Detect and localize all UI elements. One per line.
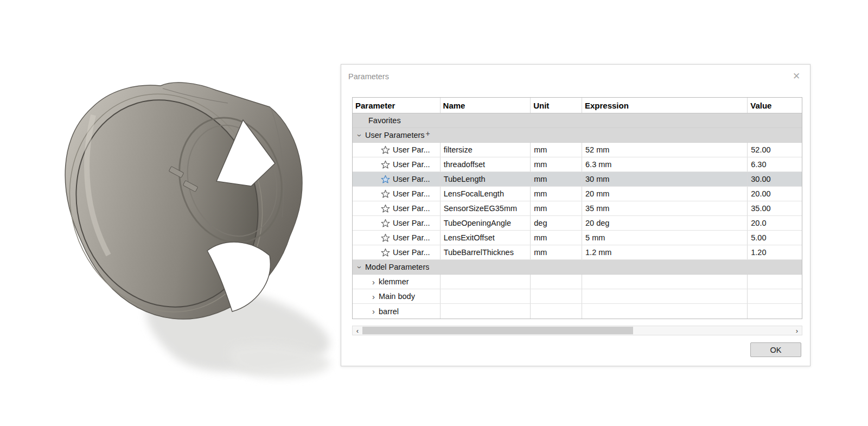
cell-unit: [531, 275, 582, 289]
cell-name: [441, 304, 531, 319]
cell-name: TubeLength: [441, 172, 531, 186]
row-label: User Parameters: [365, 131, 425, 139]
cell-value: [748, 304, 802, 319]
cell-name: LensFocalLength: [441, 187, 531, 201]
table-row[interactable]: User Par...TubeBarrelThicknesmm1.2 mm1.2…: [353, 245, 802, 260]
cell-name: [441, 289, 531, 303]
scroll-right-icon[interactable]: ›: [792, 326, 802, 335]
favorite-star-icon[interactable]: [381, 160, 390, 169]
favorite-star-icon[interactable]: [381, 145, 390, 155]
table-row[interactable]: ›Main body: [353, 289, 802, 304]
favorite-star-icon[interactable]: [381, 248, 390, 257]
cell-expression[interactable]: 20 deg: [582, 216, 748, 230]
cell-unit: mm: [531, 172, 582, 186]
row-label: User Par...: [393, 145, 430, 154]
cell-unit: mm: [531, 157, 582, 171]
cell-value: [748, 289, 802, 303]
cell-expression[interactable]: 5 mm: [582, 231, 748, 245]
cell-value: 5.00: [748, 231, 802, 245]
expander-right-icon[interactable]: ›: [368, 307, 379, 316]
close-icon[interactable]: ✕: [789, 69, 803, 83]
favorite-star-icon[interactable]: [381, 175, 390, 184]
cell-expression[interactable]: [582, 260, 748, 274]
cell-expression[interactable]: 20 mm: [582, 187, 748, 201]
table-row[interactable]: User Par...SensorSizeEG35mmmm35 mm35.00: [353, 201, 802, 216]
cell-value: 52.00: [748, 143, 802, 157]
cell-value: [748, 275, 802, 289]
cell-unit: mm: [531, 231, 582, 245]
ok-button[interactable]: OK: [750, 342, 801, 357]
cell-name: TubeOpeningAngle: [441, 216, 531, 230]
table-row[interactable]: ›Model Parameters: [353, 260, 802, 275]
cell-unit: mm: [531, 187, 582, 201]
favorite-star-icon[interactable]: [381, 233, 390, 243]
table-row[interactable]: ›barrel: [353, 304, 802, 319]
cell-expression[interactable]: [582, 304, 748, 319]
row-label: User Par...: [393, 233, 430, 242]
table-row[interactable]: User Par...TubeOpeningAngledeg20 deg20.0: [353, 216, 802, 231]
table-row[interactable]: User Par...LensExitOffsetmm5 mm5.00: [353, 231, 802, 245]
cell-expression[interactable]: 1.2 mm: [582, 245, 748, 259]
cell-expression[interactable]: 52 mm: [582, 143, 748, 157]
scrollbar-track[interactable]: [362, 326, 792, 335]
cell-expression[interactable]: 6.3 mm: [582, 157, 748, 171]
table-header-row: Parameter Name Unit Expression Value: [353, 98, 802, 113]
cell-name: [441, 113, 531, 128]
table-row[interactable]: ›klemmer: [353, 275, 802, 289]
cell-value: 1.20: [748, 245, 802, 259]
cell-name: LensExitOffset: [441, 231, 531, 245]
cell-value: 6.30: [748, 157, 802, 171]
table-row[interactable]: User Par...threadoffsetmm6.3 mm6.30: [353, 157, 802, 172]
cell-name: [441, 260, 531, 274]
cell-value: 30.00: [748, 172, 802, 186]
cell-value: 20.00: [748, 187, 802, 201]
col-header-parameter: Parameter: [353, 98, 441, 113]
cell-expression[interactable]: [582, 289, 748, 303]
cell-expression[interactable]: [582, 113, 748, 128]
row-label: klemmer: [379, 277, 409, 286]
horizontal-scrollbar[interactable]: ‹ ›: [352, 326, 802, 335]
table-row[interactable]: User Par...filtersizemm52 mm52.00: [353, 143, 802, 157]
table-row[interactable]: User Par...TubeLengthmm30 mm30.00: [353, 172, 802, 187]
table-row[interactable]: User Par...LensFocalLengthmm20 mm20.00: [353, 187, 802, 201]
expander-right-icon[interactable]: ›: [368, 292, 379, 301]
add-parameter-icon[interactable]: +: [426, 129, 430, 138]
cell-expression[interactable]: 35 mm: [582, 201, 748, 215]
favorite-star-icon[interactable]: [381, 204, 390, 213]
cell-name: [441, 275, 531, 289]
cell-value: 35.00: [748, 201, 802, 215]
row-label: User Par...: [393, 175, 430, 183]
cell-name: [441, 128, 531, 142]
cell-name: threadoffset: [441, 157, 531, 171]
row-label: barrel: [379, 307, 399, 316]
cell-unit: mm: [531, 245, 582, 259]
expander-down-icon[interactable]: ›: [355, 130, 365, 141]
cell-unit: [531, 260, 582, 274]
cell-unit: deg: [531, 216, 582, 230]
parameters-dialog: Parameters ✕ Parameter Name Unit Express…: [341, 64, 810, 366]
cell-value: 20.0: [748, 216, 802, 230]
cell-value: [748, 260, 802, 274]
cell-unit: [531, 113, 582, 128]
expander-right-icon[interactable]: ›: [368, 277, 379, 287]
3d-viewport[interactable]: [0, 0, 347, 426]
favorite-star-icon[interactable]: [381, 189, 390, 199]
scrollbar-thumb[interactable]: [362, 327, 633, 334]
cell-unit: [531, 304, 582, 319]
cell-value: [748, 128, 802, 142]
cell-expression[interactable]: 30 mm: [582, 172, 748, 186]
row-label: Model Parameters: [365, 263, 429, 271]
table-row[interactable]: Favorites: [353, 113, 802, 128]
col-header-unit: Unit: [531, 98, 582, 113]
cell-expression[interactable]: [582, 128, 748, 142]
table-row[interactable]: ›User Parameters+: [353, 128, 802, 143]
scroll-left-icon[interactable]: ‹: [353, 326, 362, 335]
cell-expression[interactable]: [582, 275, 748, 289]
row-label: User Par...: [393, 160, 430, 169]
row-label: User Par...: [393, 219, 430, 227]
favorite-star-icon[interactable]: [381, 219, 390, 228]
cell-unit: [531, 289, 582, 303]
dialog-title: Parameters: [348, 72, 389, 81]
expander-down-icon[interactable]: ›: [355, 262, 365, 272]
cell-name: SensorSizeEG35mm: [441, 201, 531, 215]
